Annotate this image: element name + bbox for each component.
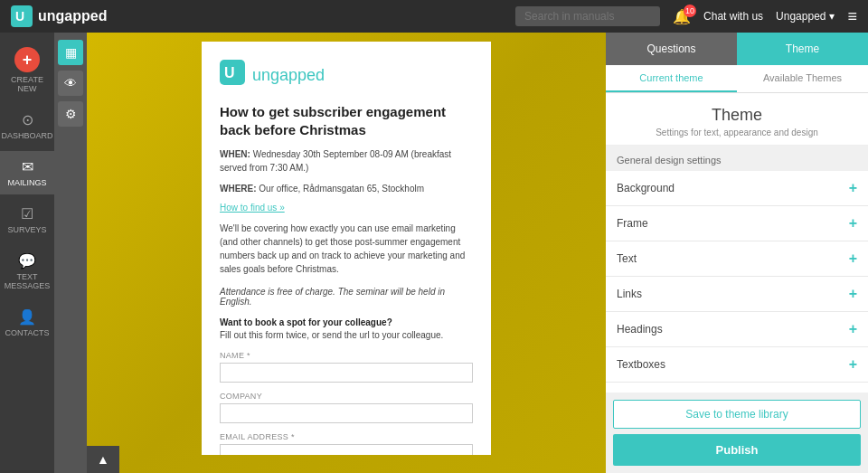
- general-design-label: General design settings: [606, 146, 868, 171]
- logo-text: ungapped: [38, 8, 107, 24]
- publish-button[interactable]: Publish: [613, 434, 861, 466]
- sidebar-item-create-new[interactable]: + CREATE NEW: [0, 40, 54, 100]
- expand-links-icon: +: [849, 286, 857, 302]
- save-to-library-button[interactable]: Save to theme library: [613, 400, 861, 429]
- main-layout: + CREATE NEW ⊙ DASHBOARD ✉ MAILINGS ☑ SU…: [0, 33, 868, 473]
- sidebar-item-label: CONTACTS: [5, 328, 50, 337]
- settings-row-radiobuttons[interactable]: Radiobuttons and checkboxes +: [606, 383, 868, 393]
- preview-meta-where: WHERE: Our office, Rådmansgatan 65, Stoc…: [220, 182, 473, 195]
- field-company-label: COMPANY: [220, 392, 473, 401]
- field-email-input[interactable]: [220, 444, 473, 455]
- header-right: 🔔 10 Chat with us Ungapped ▾ ≡: [515, 6, 857, 26]
- expand-background-icon: +: [849, 180, 857, 196]
- tab-questions[interactable]: Questions: [606, 33, 737, 65]
- chat-button[interactable]: Chat with us: [703, 10, 763, 23]
- sidebar-item-dashboard[interactable]: ⊙ DASHBOARD: [0, 104, 54, 147]
- sidebar-item-contacts[interactable]: 👤 CONTACTS: [0, 301, 54, 345]
- preview-when-label: WHEN:: [220, 149, 250, 159]
- mailings-icon: ✉: [22, 158, 33, 175]
- preview-body: We'll be covering how exactly you can us…: [220, 222, 473, 276]
- settings-row-text[interactable]: Text +: [606, 241, 868, 277]
- expand-frame-icon: +: [849, 215, 857, 232]
- notifications-bell[interactable]: 🔔 10: [673, 8, 691, 25]
- settings-row-background[interactable]: Background +: [606, 171, 868, 206]
- hamburger-menu[interactable]: ≡: [847, 7, 857, 26]
- toolbar-settings-button[interactable]: ⚙: [58, 101, 83, 127]
- dashboard-icon: ⊙: [22, 111, 33, 128]
- preview-italic-note: Attendance is free of charge. The semina…: [220, 287, 473, 307]
- tab-theme[interactable]: Theme: [737, 33, 868, 65]
- preview-where-value: Our office, Rådmansgatan 65, Stockholm: [259, 184, 424, 194]
- theme-header: Theme Settings for text, appearance and …: [606, 93, 868, 146]
- expand-textboxes-icon: +: [849, 356, 857, 373]
- sub-tab-available-themes[interactable]: Available Themes: [737, 65, 868, 92]
- svg-text:U: U: [15, 9, 24, 24]
- preview-colleague-label: Want to book a spot for your colleague?: [220, 317, 473, 327]
- preview-when-value: Wednesday 30th September 08-09 AM (break…: [220, 149, 451, 173]
- preview-scroll-button[interactable]: ▲: [87, 446, 119, 473]
- right-panel: Questions Theme Current theme Available …: [606, 33, 868, 473]
- theme-title: Theme: [615, 106, 859, 125]
- preview-title: How to get subscriber engagement back be…: [220, 103, 473, 138]
- toolbar-grid-button[interactable]: ▦: [58, 40, 83, 65]
- sidebar-item-text-messages[interactable]: 💬 TEXT MESSAGES: [0, 245, 54, 298]
- theme-subtitle: Settings for text, appearance and design: [615, 128, 859, 137]
- sidebar-item-label: CREATE NEW: [4, 75, 51, 93]
- settings-row-frame[interactable]: Frame +: [606, 206, 868, 241]
- toolbar-preview-button[interactable]: 👁: [58, 71, 83, 96]
- user-menu[interactable]: Ungapped ▾: [776, 10, 835, 23]
- theme-sub-tabs: Current theme Available Themes: [606, 65, 868, 93]
- expand-text-icon: +: [849, 251, 857, 267]
- sidebar-item-label: TEXT MESSAGES: [4, 272, 51, 290]
- app-header: U ungapped 🔔 10 Chat with us Ungapped ▾ …: [0, 0, 868, 33]
- settings-row-links[interactable]: Links +: [606, 277, 868, 312]
- logo-icon: U: [11, 5, 33, 27]
- svg-text:U: U: [224, 65, 235, 80]
- sidebar-item-mailings[interactable]: ✉ MAILINGS: [0, 151, 54, 194]
- sidebar-item-label: SURVEYS: [8, 225, 47, 234]
- create-new-icon: +: [14, 47, 40, 72]
- preview-meta-when: WHEN: Wednesday 30th September 08-09 AM …: [220, 147, 473, 175]
- text-messages-icon: 💬: [18, 252, 36, 270]
- settings-row-textboxes[interactable]: Textboxes +: [606, 347, 868, 383]
- find-us-link[interactable]: How to find us »: [220, 203, 473, 213]
- notification-badge: 10: [684, 5, 696, 17]
- sidebar: + CREATE NEW ⊙ DASHBOARD ✉ MAILINGS ☑ SU…: [0, 33, 54, 473]
- contacts-icon: 👤: [18, 308, 36, 326]
- sidebar-item-label: DASHBOARD: [2, 131, 53, 140]
- panel-tabs: Questions Theme: [606, 33, 868, 65]
- settings-row-headings[interactable]: Headings +: [606, 312, 868, 347]
- sub-tab-current-theme[interactable]: Current theme: [606, 65, 737, 92]
- preview-logo: U ungapped: [220, 60, 473, 90]
- logo: U ungapped: [11, 5, 107, 27]
- preview-sub-label: Fill out this form twice, or send the ur…: [220, 330, 473, 340]
- panel-bottom: Save to theme library Publish: [606, 393, 868, 473]
- field-company-input[interactable]: [220, 403, 473, 423]
- field-name-input[interactable]: [220, 363, 473, 383]
- preview-logo-icon: U: [220, 60, 245, 90]
- icon-toolbar: ▦ 👁 ⚙: [54, 33, 87, 473]
- search-input[interactable]: [515, 6, 660, 26]
- field-email-label: EMAIL ADDRESS *: [220, 432, 473, 441]
- preview-area: U ungapped How to get subscriber engagem…: [87, 33, 606, 473]
- sidebar-item-surveys[interactable]: ☑ SURVEYS: [0, 198, 54, 241]
- surveys-icon: ☑: [21, 205, 33, 222]
- expand-headings-icon: +: [849, 321, 857, 337]
- preview-content: U ungapped How to get subscriber engagem…: [202, 42, 491, 455]
- preview-logo-text: ungapped: [252, 66, 325, 85]
- sidebar-item-label: MAILINGS: [7, 178, 46, 187]
- preview-where-label: WHERE:: [220, 184, 257, 194]
- settings-section: General design settings Background + Fra…: [606, 146, 868, 393]
- field-name-label: NAME *: [220, 351, 473, 360]
